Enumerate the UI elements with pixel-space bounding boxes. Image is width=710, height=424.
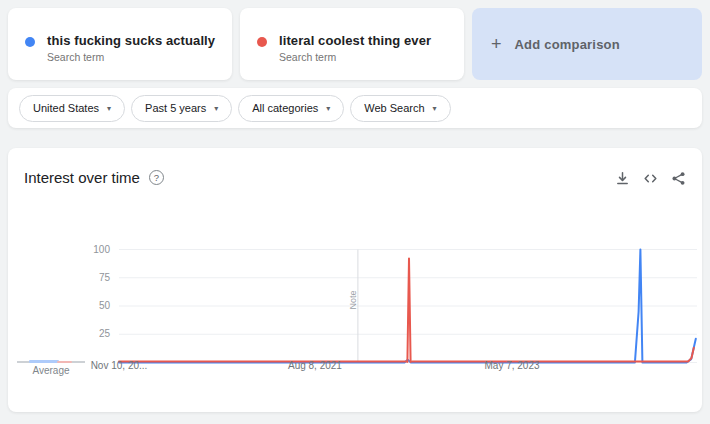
y-tick-label: 100 <box>93 244 110 255</box>
download-icon[interactable] <box>615 171 630 186</box>
add-comparison-label: Add comparison <box>515 37 620 52</box>
y-axis-labels: 100755025 <box>78 249 110 363</box>
x-tick-label: May 7, 2023 <box>485 360 540 371</box>
filter-searchtype-dropdown[interactable]: Web Search ▾ <box>350 95 450 122</box>
interest-over-time-card: Interest over time ? 100755025 Note Nov … <box>8 148 702 412</box>
chevron-down-icon: ▾ <box>326 104 330 113</box>
x-axis-labels: Nov 10, 20...Aug 8, 2021May 7, 2023 <box>119 360 697 374</box>
y-tick-label: 50 <box>99 300 110 311</box>
filter-searchtype-label: Web Search <box>364 102 424 114</box>
x-tick-label: Nov 10, 20... <box>91 360 148 371</box>
filter-category-dropdown[interactable]: All categories ▾ <box>238 95 344 122</box>
note-marker-label[interactable]: Note <box>348 285 360 315</box>
filter-region-dropdown[interactable]: United States ▾ <box>19 95 125 122</box>
term2-sublabel: Search term <box>279 51 336 63</box>
chevron-down-icon: ▾ <box>433 104 437 113</box>
average-label: Average <box>17 365 85 376</box>
chevron-down-icon: ▾ <box>107 104 111 113</box>
average-marker-term1 <box>29 360 59 363</box>
y-tick-label: 75 <box>99 272 110 283</box>
share-icon[interactable] <box>671 171 686 186</box>
x-tick-label: Aug 8, 2021 <box>288 360 342 371</box>
term1-color-dot <box>25 37 35 47</box>
filter-category-label: All categories <box>252 102 318 114</box>
trend-line-chart[interactable] <box>119 249 697 363</box>
plus-icon: + <box>491 34 502 55</box>
chevron-down-icon: ▾ <box>214 104 218 113</box>
embed-icon[interactable] <box>643 171 658 186</box>
term-card-2[interactable]: literal coolest thing ever Search term <box>240 8 464 80</box>
term1-sublabel: Search term <box>47 51 104 63</box>
term2-label: literal coolest thing ever <box>279 33 431 48</box>
filter-bar: United States ▾ Past 5 years ▾ All categ… <box>8 88 702 128</box>
average-marker-term2 <box>57 361 72 363</box>
filter-time-dropdown[interactable]: Past 5 years ▾ <box>131 95 232 122</box>
y-tick-label: 25 <box>99 328 110 339</box>
help-icon[interactable]: ? <box>149 170 164 185</box>
term-card-1[interactable]: this fucking sucks actually Search term <box>8 8 232 80</box>
add-comparison-button[interactable]: + Add comparison <box>472 8 702 80</box>
term2-color-dot <box>257 37 267 47</box>
filter-time-label: Past 5 years <box>145 102 206 114</box>
filter-region-label: United States <box>33 102 99 114</box>
term1-label: this fucking sucks actually <box>47 33 215 48</box>
chart-title: Interest over time <box>24 169 140 186</box>
